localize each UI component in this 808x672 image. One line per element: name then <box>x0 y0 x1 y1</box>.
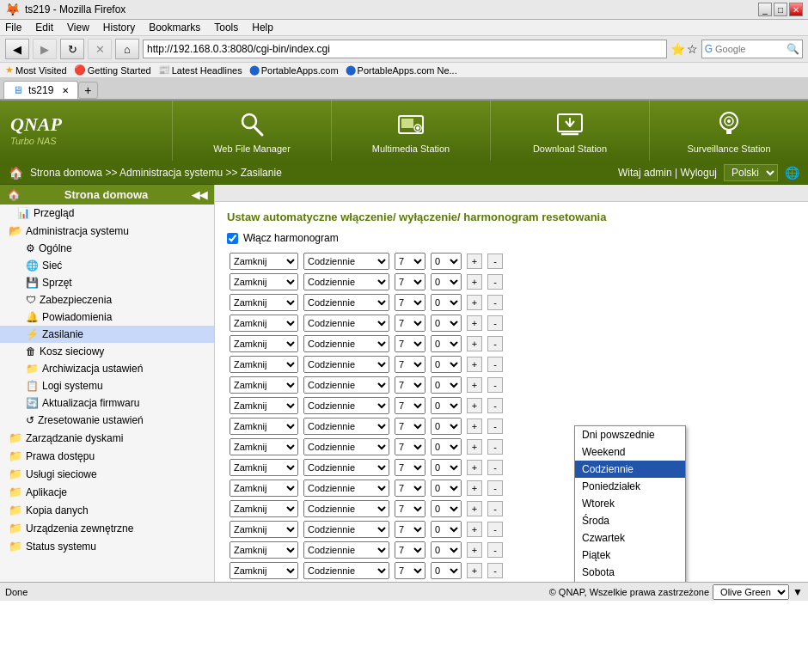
back-button[interactable]: ◀ <box>5 39 29 59</box>
hour-select[interactable]: 7 <box>395 459 425 476</box>
freq-select[interactable]: Codziennie <box>303 541 389 559</box>
remove-row-button[interactable]: - <box>487 439 503 455</box>
min-select[interactable]: 0 <box>431 500 462 517</box>
add-row-button[interactable]: + <box>467 501 482 516</box>
freq-select[interactable]: Codziennie <box>303 459 389 476</box>
action-select[interactable]: Zamknij <box>230 397 298 414</box>
bookmark-most-visited[interactable]: ★ Most Visited <box>5 64 67 76</box>
min-select[interactable]: 0 <box>431 273 462 290</box>
action-select[interactable]: Zamknij <box>230 335 298 352</box>
dropdown-option[interactable]: Niedziela <box>575 581 685 582</box>
hour-select[interactable]: 7 <box>395 376 425 394</box>
min-select[interactable]: 0 <box>431 541 462 559</box>
hour-select[interactable]: 7 <box>395 335 425 352</box>
freq-select[interactable]: Codziennie <box>303 397 389 414</box>
forward-button[interactable]: ▶ <box>33 39 57 59</box>
sidebar-item-przeglad[interactable]: 📊 Przegląd <box>0 205 214 222</box>
hour-select[interactable]: 7 <box>395 294 425 311</box>
bookmark-portableapps2[interactable]: ⬤ PortableApps.com Ne... <box>346 64 457 76</box>
add-row-button[interactable]: + <box>467 336 482 351</box>
bookmark-getting-started[interactable]: 🔴 Getting Started <box>74 64 151 76</box>
remove-row-button[interactable]: - <box>487 501 503 516</box>
freq-select[interactable]: Codziennie <box>303 438 389 455</box>
min-select[interactable]: 0 <box>431 315 462 332</box>
add-row-button[interactable]: + <box>467 522 482 537</box>
hour-select[interactable]: 7 <box>395 562 425 579</box>
search-go-icon[interactable]: 🔍 <box>784 43 802 55</box>
action-select[interactable]: Zamknij <box>230 315 298 332</box>
nav-surveillance-station[interactable]: Surveillance Station <box>649 101 808 161</box>
address-bar[interactable] <box>143 40 667 58</box>
action-select[interactable]: Zamknij <box>230 294 298 311</box>
action-select[interactable]: Zamknij <box>230 500 298 517</box>
dropdown-option[interactable]: Czwartek <box>575 529 685 547</box>
sidebar-item-sprzet[interactable]: 💾 Sprzęt <box>0 274 214 291</box>
min-select[interactable]: 0 <box>431 459 462 476</box>
close-button[interactable]: ✕ <box>789 3 803 16</box>
collapse-icon[interactable]: ◀◀ <box>192 189 207 201</box>
nav-multimedia-station[interactable]: Multimedia Station <box>331 101 490 161</box>
freq-select[interactable]: Codziennie <box>303 562 389 579</box>
sidebar-group-uslugi[interactable]: 📁 Usługi sieciowe <box>0 465 214 483</box>
freq-select[interactable]: Codziennie <box>303 356 389 373</box>
min-select[interactable]: 0 <box>431 480 462 497</box>
sidebar-item-siec[interactable]: 🌐 Sieć <box>0 257 214 274</box>
freq-select[interactable]: Codziennie <box>303 294 389 311</box>
remove-row-button[interactable]: - <box>487 336 503 351</box>
min-select[interactable]: 0 <box>431 397 462 414</box>
dropdown-option[interactable]: Wtorek <box>575 495 685 512</box>
add-row-button[interactable]: + <box>467 315 482 331</box>
add-row-button[interactable]: + <box>467 439 482 455</box>
add-row-button[interactable]: + <box>467 254 482 269</box>
hour-select[interactable]: 7 <box>395 521 425 538</box>
remove-row-button[interactable]: - <box>487 274 503 290</box>
hour-select[interactable]: 7 <box>395 480 425 497</box>
sidebar-group-urzadzenia[interactable]: 📁 Urządzenia zewnętrzne <box>0 519 214 537</box>
menu-bookmarks[interactable]: Bookmarks <box>149 21 200 34</box>
sidebar-item-zabezpieczenia[interactable]: 🛡 Zabezpieczenia <box>0 291 214 309</box>
min-select[interactable]: 0 <box>431 376 462 394</box>
remove-row-button[interactable]: - <box>487 377 503 393</box>
hour-select[interactable]: 7 <box>395 315 425 332</box>
minimize-button[interactable]: _ <box>758 3 772 16</box>
min-select[interactable]: 0 <box>431 438 462 455</box>
freq-select[interactable]: Codziennie <box>303 418 389 435</box>
add-row-button[interactable]: + <box>467 274 482 290</box>
action-select[interactable]: Zamknij <box>230 273 298 290</box>
hour-select[interactable]: 7 <box>395 253 425 270</box>
action-select[interactable]: Zamknij <box>230 438 298 455</box>
sidebar-group-status[interactable]: 📁 Status systemu <box>0 537 214 555</box>
dropdown-option[interactable]: Dni powszednie <box>575 426 685 443</box>
dropdown-option[interactable]: Środa <box>575 512 685 529</box>
sidebar-item-aktualizacja[interactable]: 🔄 Aktualizacja firmwaru <box>0 394 214 412</box>
remove-row-button[interactable]: - <box>487 295 503 310</box>
min-select[interactable]: 0 <box>431 294 462 311</box>
min-select[interactable]: 0 <box>431 418 462 435</box>
freq-select[interactable]: Codziennie <box>303 480 389 497</box>
tab-close-icon[interactable]: ✕ <box>62 86 69 95</box>
remove-row-button[interactable]: - <box>487 522 503 537</box>
sidebar-group-kopia[interactable]: 📁 Kopia danych <box>0 501 214 519</box>
stop-button[interactable]: ✕ <box>88 39 112 59</box>
remove-row-button[interactable]: - <box>487 357 503 372</box>
dropdown-option[interactable]: Piątek <box>575 547 685 564</box>
min-select[interactable]: 0 <box>431 562 462 579</box>
theme-select[interactable]: Olive Green <box>713 584 789 600</box>
checkbox-label[interactable]: Włącz harmonogram <box>243 232 339 244</box>
search-input[interactable] <box>715 44 784 54</box>
remove-row-button[interactable]: - <box>487 418 503 434</box>
language-select[interactable]: Polski <box>724 164 778 181</box>
maximize-button[interactable]: □ <box>774 3 787 16</box>
freq-select[interactable]: Codziennie <box>303 376 389 394</box>
menu-tools[interactable]: Tools <box>214 21 238 34</box>
menu-history[interactable]: History <box>103 21 135 34</box>
freq-select[interactable]: Codziennie <box>303 335 389 352</box>
bookmark-latest-headlines[interactable]: 📰 Latest Headlines <box>158 64 242 76</box>
min-select[interactable]: 0 <box>431 356 462 373</box>
remove-row-button[interactable]: - <box>487 563 503 578</box>
sidebar-item-ogolne[interactable]: ⚙ Ogólne <box>0 240 214 257</box>
nav-web-file-manager[interactable]: Web File Manager <box>172 101 331 161</box>
add-row-button[interactable]: + <box>467 542 482 558</box>
menu-view[interactable]: View <box>67 21 89 34</box>
remove-row-button[interactable]: - <box>487 398 503 413</box>
